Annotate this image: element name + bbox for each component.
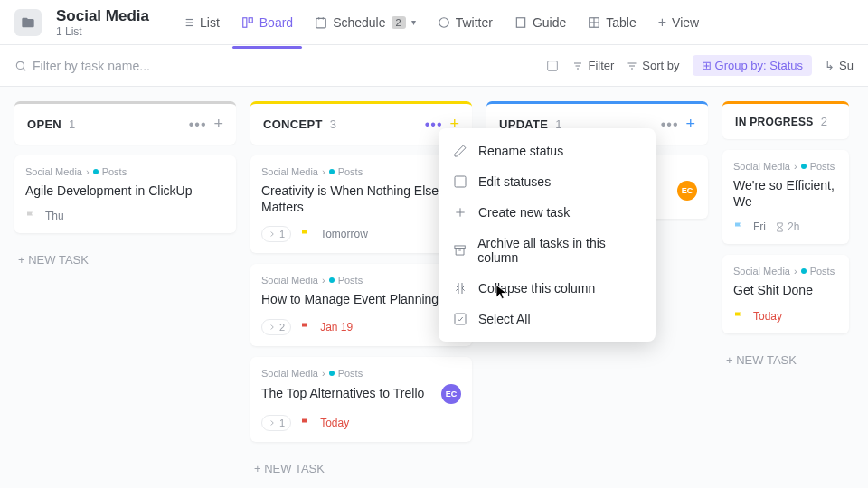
menu-select-all[interactable]: Select All	[439, 304, 656, 334]
task-card[interactable]: Social Media›Posts Agile Development in …	[14, 155, 236, 233]
svg-point-11	[439, 17, 448, 27]
column-menu-update[interactable]: •••	[661, 117, 679, 133]
search-input[interactable]: Filter by task name...	[14, 59, 533, 73]
time-estimate: 2h	[775, 221, 799, 233]
column-header-progress: IN PROGRESS2	[722, 101, 849, 139]
column-context-menu: Rename status Edit statuses Create new t…	[439, 128, 656, 342]
template-icon[interactable]	[545, 59, 560, 73]
subtask-count[interactable]: 1	[261, 226, 291, 242]
tab-table[interactable]: Table	[579, 9, 645, 36]
svg-rect-25	[455, 246, 465, 249]
new-task-button[interactable]: + NEW TASK	[250, 453, 472, 484]
flag-icon[interactable]	[300, 229, 311, 239]
tab-guide[interactable]: Guide	[505, 9, 575, 36]
topbar: Social Media 1 List List Board Schedule2…	[0, 0, 868, 45]
new-task-button[interactable]: + NEW TASK	[14, 244, 236, 276]
cursor-icon	[494, 284, 510, 300]
new-task-button[interactable]: + NEW TASK	[722, 344, 849, 376]
task-card[interactable]: Social Media›Posts Get Shit Done Today	[722, 255, 849, 333]
tab-board[interactable]: Board	[232, 9, 302, 36]
avatar[interactable]: EC	[441, 384, 461, 404]
filter-button[interactable]: Filter	[572, 59, 614, 72]
title-block: Social Media 1 List	[56, 7, 149, 38]
svg-rect-7	[249, 17, 252, 22]
card-title: Agile Development in ClickUp	[25, 183, 225, 199]
space-title: Social Media	[56, 7, 149, 25]
menu-create-task[interactable]: Create new task	[439, 197, 656, 228]
space-subtitle: 1 List	[56, 25, 149, 38]
column-add-update[interactable]: +	[685, 115, 695, 134]
column-header-open: OPEN1 •••+	[14, 101, 236, 145]
tab-twitter[interactable]: Twitter	[429, 9, 502, 36]
tab-list[interactable]: List	[173, 9, 229, 36]
svg-rect-12	[516, 17, 524, 27]
svg-rect-6	[243, 17, 247, 27]
svg-rect-26	[455, 314, 466, 324]
subtask-count[interactable]: 1	[261, 415, 291, 431]
task-card[interactable]: Social Media›Posts The Top Alternatives …	[250, 357, 472, 442]
column-progress: IN PROGRESS2 Social Media›Posts We're so…	[722, 101, 849, 474]
flag-icon[interactable]	[300, 418, 311, 428]
flag-icon[interactable]	[25, 211, 36, 221]
svg-rect-22	[455, 176, 466, 187]
menu-rename[interactable]: Rename status	[439, 136, 656, 166]
menu-collapse[interactable]: Collapse this column	[439, 273, 656, 304]
column-open: OPEN1 •••+ Social Media›Posts Agile Deve…	[14, 101, 236, 474]
tab-add-view[interactable]: +View	[649, 9, 708, 36]
svg-rect-18	[548, 61, 558, 70]
subtasks-button[interactable]: ↳Su	[825, 59, 854, 72]
sort-button[interactable]: Sort by	[627, 59, 679, 72]
board-area: OPEN1 •••+ Social Media›Posts Agile Deve…	[0, 87, 868, 488]
flag-icon[interactable]	[733, 221, 744, 232]
flag-icon[interactable]	[300, 322, 311, 333]
column-menu-open[interactable]: •••	[189, 117, 207, 133]
folder-icon[interactable]	[14, 9, 42, 36]
tab-schedule[interactable]: Schedule2▾	[306, 9, 425, 36]
avatar[interactable]: EC	[677, 181, 697, 201]
menu-archive[interactable]: Archive all tasks in this column	[439, 228, 656, 273]
view-tabs: List Board Schedule2▾ Twitter Guide Tabl…	[173, 9, 708, 36]
column-add-open[interactable]: +	[213, 115, 223, 134]
svg-line-17	[23, 68, 25, 70]
flag-icon[interactable]	[733, 311, 744, 322]
group-by-chip[interactable]: ⊞Group by: Status	[693, 55, 813, 76]
filterbar: Filter by task name... Filter Sort by ⊞G…	[0, 45, 868, 87]
svg-point-16	[16, 61, 24, 69]
menu-edit-statuses[interactable]: Edit statuses	[439, 166, 656, 197]
subtask-count[interactable]: 2	[261, 319, 291, 335]
breadcrumb: Social Media›Posts	[25, 166, 225, 177]
task-card[interactable]: Social Media›Posts We're so Efficient, W…	[722, 150, 849, 244]
svg-rect-8	[316, 18, 326, 27]
